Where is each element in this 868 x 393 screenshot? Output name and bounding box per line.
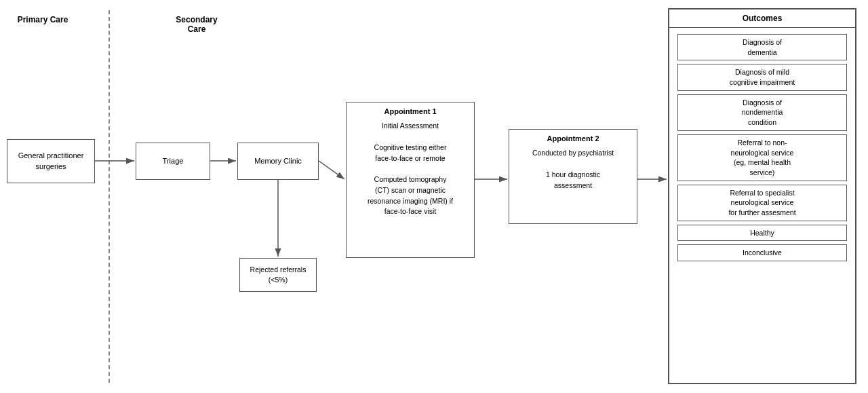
primary-secondary-divider [108, 10, 110, 383]
outcome-item-inconclusive: Inconclusive [677, 244, 847, 261]
outcomes-panel: Outcomes Diagnosis ofdementia Diagnosis … [668, 8, 856, 384]
outcomes-title: Outcomes [669, 10, 855, 28]
svg-line-3 [319, 161, 344, 179]
outcome-item-healthy: Healthy [677, 225, 847, 242]
memory-clinic-box: Memory Clinic [237, 143, 319, 180]
primary-care-label: Primary Care [12, 15, 73, 24]
gp-box: General practitioner surgeries [7, 139, 95, 183]
appointment2-box: Appointment 2 Conducted by psychiatrist … [509, 129, 637, 224]
outcomes-list: Diagnosis ofdementia Diagnosis of mildco… [669, 28, 855, 267]
secondary-care-label: SecondaryCare [156, 15, 237, 34]
outcome-item-specialist-referral: Referral to specialistneurological servi… [677, 185, 847, 221]
outcome-item-dementia: Diagnosis ofdementia [677, 34, 847, 60]
diagram: Primary Care SecondaryCare General pract… [0, 0, 868, 393]
outcome-item-non-neuro-referral: Referral to non-neurological service(eg,… [677, 134, 847, 181]
outcome-item-nondementia: Diagnosis ofnondementiacondition [677, 94, 847, 131]
triage-box: Triage [136, 143, 210, 180]
outcome-item-mci: Diagnosis of mildcognitive impairment [677, 64, 847, 90]
rejected-referrals-box: Rejected referrals (<5%) [239, 258, 317, 292]
appointment1-box: Appointment 1 Initial Assessment Cogniti… [346, 102, 475, 258]
